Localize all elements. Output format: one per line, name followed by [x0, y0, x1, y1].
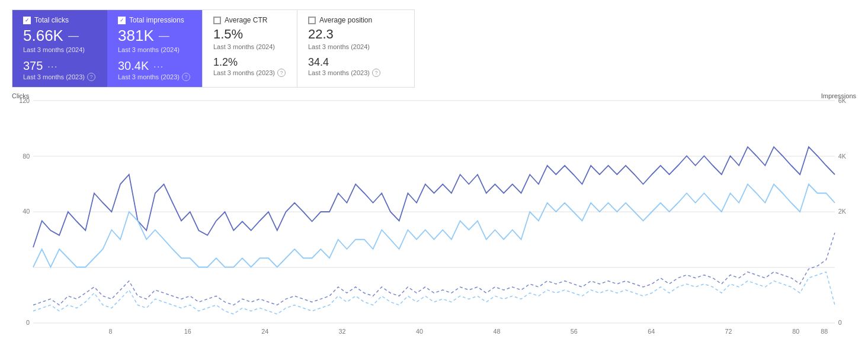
chart-svg: 120 80 40 0 6K 4K 2K 0 8 16 24 32 40 48 … — [33, 101, 835, 323]
checkbox-impressions[interactable] — [118, 17, 126, 24]
dashboard: Total clicks 5.66K — Last 3 months (2024… — [0, 0, 868, 355]
metric-label-ctr: Average CTR — [225, 16, 267, 24]
metric-header-ctr: Average CTR — [213, 16, 286, 24]
metric-card-average-ctr[interactable]: Average CTR 1.5% Last 3 months (2024) 1.… — [202, 10, 297, 87]
svg-text:80: 80 — [792, 328, 799, 335]
svg-text:4K: 4K — [838, 153, 847, 160]
clicks-2024-line — [33, 184, 835, 267]
svg-text:64: 64 — [648, 328, 655, 335]
metric-secondary-row-ctr: 1.2% Last 3 months (2023) ? — [213, 54, 286, 77]
help-icon-ctr[interactable]: ? — [277, 69, 286, 77]
svg-text:80: 80 — [23, 153, 30, 160]
metric-period-clicks-2024: Last 3 months (2024) — [23, 46, 97, 53]
metric-main-value-ctr: 1.5% — [213, 27, 286, 42]
metric-header-clicks: Total clicks — [23, 16, 97, 24]
chart-container: Clicks Impressions 120 80 40 0 6K 4K 2K … — [12, 92, 856, 341]
svg-text:88: 88 — [821, 328, 828, 335]
help-icon-position[interactable]: ? — [372, 69, 380, 77]
svg-text:48: 48 — [493, 328, 500, 335]
metric-secondary-row-clicks: 375 ··· Last 3 months (2023) ? — [23, 57, 97, 81]
metric-period-position-2024: Last 3 months (2024) — [308, 43, 381, 50]
svg-text:40: 40 — [416, 328, 423, 335]
svg-text:24: 24 — [261, 328, 268, 335]
svg-text:40: 40 — [23, 208, 30, 215]
checkbox-position[interactable] — [308, 17, 316, 24]
svg-text:0: 0 — [838, 319, 842, 326]
metric-period-impressions-2024: Last 3 months (2024) — [118, 46, 191, 53]
checkbox-ctr[interactable] — [213, 17, 221, 24]
metric-main-value-impressions: 381K — — [118, 27, 191, 45]
svg-text:56: 56 — [571, 328, 578, 335]
metric-header-impressions: Total impressions — [118, 16, 191, 24]
metric-card-total-impressions[interactable]: Total impressions 381K — Last 3 months (… — [107, 10, 202, 87]
metric-label-position: Average position — [319, 16, 372, 24]
metrics-bar: Total clicks 5.66K — Last 3 months (2024… — [12, 9, 415, 88]
svg-text:72: 72 — [725, 328, 732, 335]
metric-secondary-row-impressions: 30.4K ··· Last 3 months (2023) ? — [118, 57, 191, 81]
metric-secondary-row-position: 34.4 Last 3 months (2023) ? — [308, 54, 381, 77]
metric-label-clicks: Total clicks — [34, 16, 69, 24]
metric-label-impressions: Total impressions — [129, 16, 184, 24]
svg-text:0: 0 — [26, 319, 30, 326]
metric-card-average-position[interactable]: Average position 22.3 Last 3 months (202… — [297, 10, 392, 87]
svg-text:32: 32 — [339, 328, 346, 335]
checkbox-clicks[interactable] — [23, 17, 31, 24]
metric-main-value-position: 22.3 — [308, 27, 381, 42]
metric-main-value-clicks: 5.66K — — [23, 27, 97, 45]
chart-svg-wrapper: 120 80 40 0 6K 4K 2K 0 8 16 24 32 40 48 … — [33, 101, 835, 323]
svg-text:2K: 2K — [838, 208, 847, 215]
help-icon-impressions[interactable]: ? — [182, 73, 190, 81]
svg-text:6K: 6K — [838, 97, 847, 104]
metric-header-position: Average position — [308, 16, 381, 24]
impressions-2023-line — [33, 233, 835, 305]
svg-text:120: 120 — [19, 97, 30, 104]
help-icon-clicks[interactable]: ? — [87, 73, 95, 81]
metric-card-total-clicks[interactable]: Total clicks 5.66K — Last 3 months (2024… — [12, 10, 107, 87]
svg-text:16: 16 — [184, 328, 191, 335]
svg-text:8: 8 — [108, 328, 112, 335]
metric-period-ctr-2024: Last 3 months (2024) — [213, 43, 286, 50]
